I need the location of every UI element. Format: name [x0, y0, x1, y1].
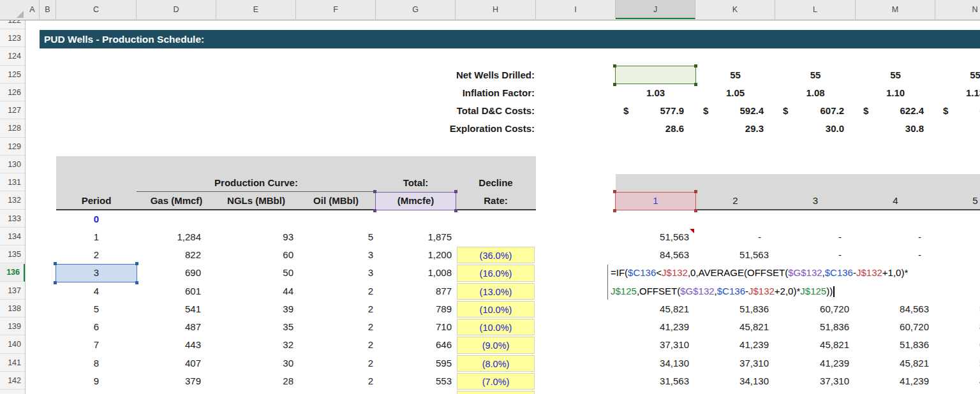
- cell-H137[interactable]: (13.0%): [457, 283, 535, 300]
- column-header-B[interactable]: B: [40, 0, 56, 19]
- column-header-L[interactable]: L: [775, 0, 856, 19]
- cell-L134[interactable]: -: [776, 228, 842, 246]
- cell-M141[interactable]: 45,821: [857, 354, 929, 372]
- cell-K139[interactable]: 45,821: [697, 318, 769, 336]
- column-header-H[interactable]: H: [456, 0, 536, 19]
- cell-J132[interactable]: 1: [616, 192, 695, 210]
- cell-D142[interactable]: 379: [137, 372, 201, 390]
- row-header-143[interactable]: 143: [0, 390, 25, 394]
- cell-D137[interactable]: 601: [137, 282, 201, 300]
- column-header-A[interactable]: A: [26, 0, 40, 19]
- cell-K132[interactable]: 2: [695, 192, 775, 210]
- row-header-134[interactable]: 134: [0, 228, 25, 245]
- column-header-G[interactable]: G: [376, 0, 456, 19]
- cell-H136[interactable]: (16.0%): [457, 265, 535, 281]
- cell-F138[interactable]: 2: [296, 300, 373, 318]
- row-header-140[interactable]: 140: [0, 336, 25, 353]
- cell-J143[interactable]: 29,508: [617, 390, 689, 394]
- cell-J138[interactable]: 45,821: [617, 300, 689, 318]
- cell-E143[interactable]: 26: [216, 390, 293, 394]
- cell-L135[interactable]: -: [776, 246, 842, 264]
- cell-E141[interactable]: 30: [216, 354, 293, 372]
- row-header-123[interactable]: 123: [0, 30, 25, 47]
- row-header-128[interactable]: 128: [0, 120, 25, 137]
- cell-C141[interactable]: 8: [56, 354, 137, 372]
- cell-K135[interactable]: 51,563: [697, 246, 769, 264]
- column-header-F[interactable]: F: [296, 0, 376, 19]
- cell-C136[interactable]: 3: [56, 264, 137, 282]
- cell-N143[interactable]: 41,239: [937, 390, 980, 394]
- cell-K127[interactable]: 592.4: [697, 102, 764, 120]
- cell-M143[interactable]: 37,310: [857, 390, 929, 394]
- cell-F141[interactable]: 2: [296, 354, 373, 372]
- column-header-C[interactable]: C: [56, 0, 137, 19]
- row-header-136[interactable]: 136: [0, 264, 25, 281]
- cell-F136[interactable]: 3: [296, 264, 373, 282]
- cell-G139[interactable]: 710: [376, 318, 452, 336]
- column-header-J[interactable]: J: [616, 0, 695, 19]
- cell-E134[interactable]: 93: [216, 228, 293, 246]
- cell-E136[interactable]: 50: [216, 264, 293, 282]
- cell-H143[interactable]: (6.0%): [457, 391, 535, 394]
- cell-M134[interactable]: -: [857, 228, 921, 246]
- row-header-142[interactable]: 142: [0, 372, 25, 390]
- cell-K138[interactable]: 51,836: [697, 300, 769, 318]
- row-header-130[interactable]: 130: [0, 156, 25, 173]
- cell-J128[interactable]: 28.6: [617, 120, 684, 138]
- row-header-129[interactable]: 129: [0, 138, 25, 156]
- cell-D138[interactable]: 541: [137, 300, 201, 318]
- cell-G134[interactable]: 1,875: [376, 228, 452, 246]
- cell-L126[interactable]: 1.08: [775, 84, 856, 102]
- cell-N140[interactable]: 60,720: [937, 336, 980, 354]
- cell-L139[interactable]: 51,836: [776, 318, 849, 336]
- cell-H141[interactable]: (8.0%): [457, 355, 535, 372]
- cell-L138[interactable]: 60,720: [776, 300, 849, 318]
- cell-N135[interactable]: -: [937, 246, 980, 264]
- row-header-135[interactable]: 135: [0, 246, 25, 263]
- column-header-D[interactable]: D: [137, 0, 216, 19]
- cell-L132[interactable]: 3: [775, 192, 856, 210]
- cell-E135[interactable]: 60: [216, 246, 293, 264]
- row-header-139[interactable]: 139: [0, 318, 25, 335]
- column-header-K[interactable]: K: [695, 0, 775, 19]
- select-all-corner[interactable]: [0, 0, 26, 20]
- cell-F135[interactable]: 3: [296, 246, 373, 264]
- cell-N134[interactable]: -: [937, 228, 980, 246]
- cell-N138[interactable]: 51,563: [937, 300, 980, 318]
- cell-D136[interactable]: 690: [137, 264, 201, 282]
- row-header-125[interactable]: 125: [0, 66, 25, 84]
- cell-H140[interactable]: (9.0%): [457, 337, 535, 353]
- cell-F137[interactable]: 2: [296, 282, 373, 300]
- cell-M127[interactable]: 622.4: [857, 102, 924, 120]
- cell-K128[interactable]: 29.3: [697, 120, 764, 138]
- cell-D135[interactable]: 822: [137, 246, 201, 264]
- row-header-124[interactable]: 124: [0, 48, 25, 65]
- cell-K141[interactable]: 37,310: [697, 354, 769, 372]
- cell-G141[interactable]: 595: [376, 354, 452, 372]
- cell-M126[interactable]: 1.10: [856, 84, 935, 102]
- cell-F143[interactable]: 1: [296, 390, 373, 394]
- cell-M139[interactable]: 60,720: [857, 318, 929, 336]
- cell-E137[interactable]: 44: [216, 282, 293, 300]
- cell-E139[interactable]: 35: [216, 318, 293, 336]
- column-header-N[interactable]: N: [935, 0, 980, 19]
- row-header-137[interactable]: 137: [0, 282, 25, 300]
- cell-G140[interactable]: 646: [376, 336, 452, 354]
- cell-C137[interactable]: 4: [56, 282, 137, 300]
- row-header-132[interactable]: 132: [0, 192, 25, 209]
- cell-C135[interactable]: 2: [56, 246, 137, 264]
- cell-J134[interactable]: 51,563: [617, 228, 689, 246]
- cell-H142[interactable]: (7.0%): [457, 373, 535, 390]
- cell-G142[interactable]: 553: [376, 372, 452, 390]
- cell-M125[interactable]: 55: [856, 66, 935, 84]
- cell-G137[interactable]: 877: [376, 282, 452, 300]
- row-header-131[interactable]: 131: [0, 174, 25, 191]
- cell-N127[interactable]: 637.8: [937, 102, 980, 120]
- cell-L141[interactable]: 41,239: [776, 354, 849, 372]
- cell-J139[interactable]: 41,239: [617, 318, 689, 336]
- cell-D141[interactable]: 407: [137, 354, 201, 372]
- cell-M135[interactable]: -: [857, 246, 921, 264]
- cell-G135[interactable]: 1,200: [376, 246, 452, 264]
- cell-H139[interactable]: (10.0%): [457, 319, 535, 335]
- cell-E140[interactable]: 32: [216, 336, 293, 354]
